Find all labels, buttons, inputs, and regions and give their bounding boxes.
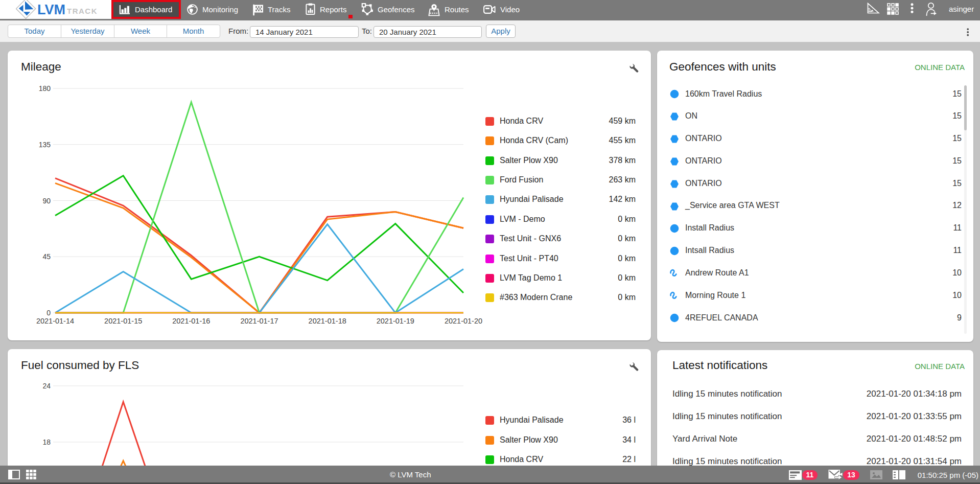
svg-text:2021-01-19: 2021-01-19 <box>377 317 414 325</box>
svg-text:2021-01-16: 2021-01-16 <box>172 317 210 325</box>
svg-text:45: 45 <box>42 252 51 261</box>
svg-text:18: 18 <box>42 438 51 446</box>
svg-text:2021-01-14: 2021-01-14 <box>36 317 74 325</box>
svg-text:2021-01-20: 2021-01-20 <box>445 317 482 325</box>
svg-text:2021-01-15: 2021-01-15 <box>104 317 142 325</box>
svg-text:2021-01-17: 2021-01-17 <box>240 317 278 325</box>
svg-text:180: 180 <box>39 84 51 93</box>
svg-text:135: 135 <box>39 141 51 149</box>
svg-text:90: 90 <box>42 197 51 205</box>
svg-text:24: 24 <box>42 382 51 390</box>
svg-text:2021-01-18: 2021-01-18 <box>309 317 346 325</box>
svg-text:0: 0 <box>46 309 51 317</box>
